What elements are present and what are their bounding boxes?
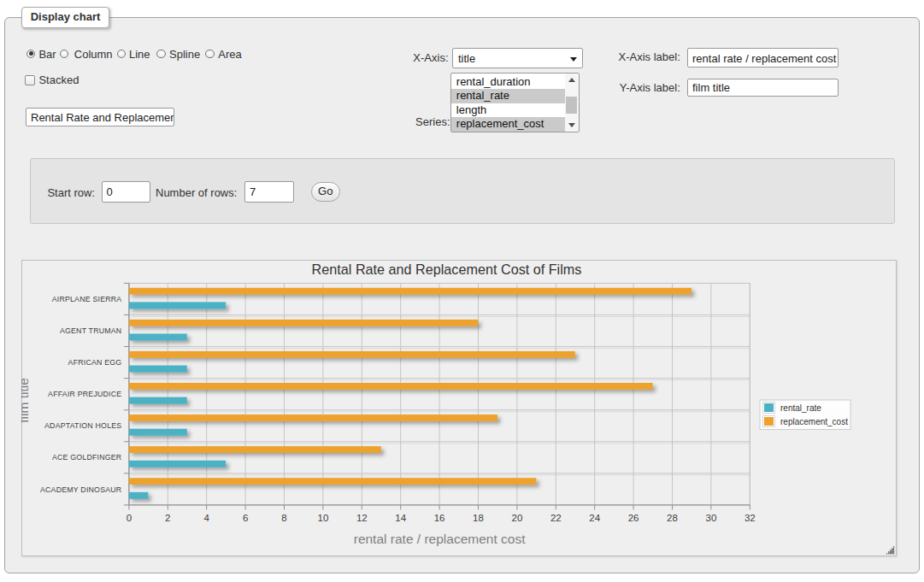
svg-text:rental rate / replacement cost: rental rate / replacement cost	[353, 532, 525, 546]
svg-text:ACADEMY DINOSAUR: ACADEMY DINOSAUR	[39, 485, 121, 493]
svg-text:16: 16	[433, 512, 444, 522]
svg-text:28: 28	[667, 512, 678, 522]
svg-text:AFRICAN EGG: AFRICAN EGG	[68, 358, 121, 367]
svg-text:10: 10	[317, 512, 328, 522]
svg-text:4: 4	[203, 512, 209, 522]
svg-text:AFFAIR PREJUDICE: AFFAIR PREJUDICE	[48, 390, 121, 398]
svg-text:22: 22	[550, 512, 561, 522]
svg-text:AIRPLANE SIERRA: AIRPLANE SIERRA	[51, 295, 121, 303]
svg-text:2: 2	[165, 512, 170, 522]
svg-text:AGENT TRUMAN: AGENT TRUMAN	[59, 326, 121, 335]
svg-text:8: 8	[281, 512, 286, 522]
svg-text:20: 20	[511, 512, 522, 522]
svg-text:18: 18	[473, 512, 484, 522]
svg-text:12: 12	[356, 512, 367, 522]
svg-text:30: 30	[705, 512, 716, 522]
svg-text:film title: film title	[21, 378, 31, 423]
svg-text:24: 24	[589, 512, 600, 522]
svg-text:0: 0	[126, 512, 131, 522]
svg-text:6: 6	[242, 512, 247, 522]
svg-text:Rental Rate and Replacement Co: Rental Rate and Replacement Cost of Film…	[311, 261, 581, 276]
svg-text:26: 26	[627, 512, 639, 522]
svg-text:rental_rate: rental_rate	[780, 403, 821, 413]
svg-text:14: 14	[395, 512, 406, 522]
svg-text:ACE GOLDFINGER: ACE GOLDFINGER	[51, 453, 121, 461]
svg-text:ADAPTATION HOLES: ADAPTATION HOLES	[44, 421, 121, 430]
svg-text:replacement_cost: replacement_cost	[780, 417, 848, 426]
svg-text:32: 32	[744, 512, 755, 522]
